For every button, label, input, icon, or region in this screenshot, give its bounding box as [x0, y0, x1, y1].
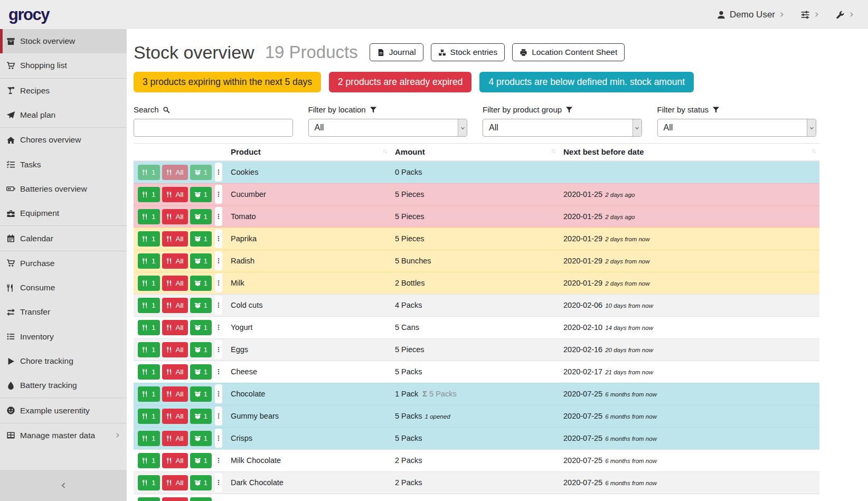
sidebar-item-transfer[interactable]: Transfer	[0, 300, 127, 324]
consume-all-button[interactable]: All	[162, 187, 188, 202]
row-menu-button[interactable]	[215, 407, 222, 426]
amount-column-header[interactable]: Amount ↑↓	[391, 144, 559, 162]
product-cell[interactable]: Eggs	[227, 338, 391, 361]
product-cell[interactable]: Crisps	[227, 427, 391, 449]
consume-one-button[interactable]: 1	[138, 386, 160, 402]
row-menu-button[interactable]	[215, 318, 222, 337]
sidebar-item-meal-plan[interactable]: Meal plan	[0, 103, 127, 127]
consume-all-button[interactable]: All	[162, 475, 188, 490]
sidebar-item-inventory[interactable]: Inventory	[0, 325, 127, 349]
open-one-button[interactable]: 1	[190, 253, 212, 269]
product-cell[interactable]: Dark Chocolate	[227, 471, 391, 494]
product-cell[interactable]: Cookies	[227, 161, 391, 183]
open-one-button[interactable]: 1	[190, 364, 212, 380]
open-one-button[interactable]: 1	[190, 431, 212, 446]
sidebar-item-example-userentity[interactable]: Example userentity	[0, 398, 127, 422]
row-menu-button[interactable]	[215, 384, 222, 403]
product-cell[interactable]: Paprika	[227, 228, 391, 250]
open-one-button[interactable]: 1	[190, 342, 212, 357]
consume-all-button[interactable]: All	[162, 165, 188, 180]
consume-one-button[interactable]: 1	[138, 253, 160, 269]
product-cell[interactable]: Chocolate	[227, 383, 391, 405]
sidebar-item-battery-tracking[interactable]: Battery tracking	[0, 373, 127, 398]
sidebar-item-purchase[interactable]: Purchase	[0, 251, 127, 276]
sidebar-item-consume[interactable]: Consume	[0, 276, 127, 300]
consume-all-button[interactable]: All	[162, 276, 188, 291]
consume-one-button[interactable]: 1	[138, 497, 160, 501]
consume-one-button[interactable]: 1	[138, 231, 160, 247]
row-menu-button[interactable]	[215, 362, 222, 381]
consume-all-button[interactable]: All	[162, 342, 188, 357]
consume-all-button[interactable]: All	[162, 209, 188, 224]
product-cell[interactable]: Gummy bears	[227, 405, 391, 427]
consume-all-button[interactable]: All	[162, 364, 188, 380]
sidebar-item-batteries-overview[interactable]: Batteries overview	[0, 177, 127, 201]
stock-entries-button[interactable]: Stock entries	[431, 43, 505, 61]
consume-all-button[interactable]: All	[162, 253, 188, 269]
open-one-button[interactable]: 1	[190, 276, 212, 291]
open-one-button[interactable]: 1	[190, 386, 212, 402]
consume-one-button[interactable]: 1	[138, 475, 160, 490]
consume-all-button[interactable]: All	[162, 409, 188, 424]
consume-one-button[interactable]: 1	[138, 453, 160, 468]
product-group-select[interactable]: All	[483, 119, 642, 137]
consume-one-button[interactable]: 1	[138, 209, 160, 224]
sidebar-collapse-button[interactable]	[0, 470, 127, 501]
row-menu-button[interactable]	[215, 451, 222, 470]
product-column-header[interactable]: Product ↑↓	[227, 144, 391, 162]
status-banner-warn[interactable]: 3 products expiring within the next 5 da…	[134, 72, 321, 92]
open-one-button[interactable]: 1	[190, 187, 212, 202]
consume-all-button[interactable]: All	[162, 453, 188, 468]
consume-all-button[interactable]: All	[162, 431, 188, 446]
product-cell[interactable]: Radish	[227, 250, 391, 272]
consume-all-button[interactable]: All	[162, 298, 188, 313]
consume-all-button[interactable]: All	[162, 231, 188, 247]
consume-one-button[interactable]: 1	[138, 165, 160, 180]
consume-one-button[interactable]: 1	[138, 276, 160, 291]
consume-one-button[interactable]: 1	[138, 409, 160, 424]
consume-one-button[interactable]: 1	[138, 320, 160, 335]
location-select[interactable]: All	[308, 119, 468, 137]
open-one-button[interactable]: 1	[190, 231, 212, 247]
consume-all-button[interactable]: All	[162, 386, 188, 402]
open-one-button[interactable]: 1	[190, 497, 212, 501]
row-menu-button[interactable]	[215, 185, 222, 204]
row-menu-button[interactable]	[215, 473, 222, 492]
sidebar-item-manage-master-data[interactable]: Manage master data	[0, 423, 127, 448]
consume-one-button[interactable]: 1	[138, 364, 160, 380]
row-menu-button[interactable]	[215, 340, 222, 359]
product-cell[interactable]: Milk Chocolate	[227, 449, 391, 471]
open-one-button[interactable]: 1	[190, 165, 212, 180]
open-one-button[interactable]: 1	[190, 409, 212, 424]
best-before-column-header[interactable]: Next best before date ↑↓	[559, 144, 819, 162]
row-menu-button[interactable]	[215, 229, 222, 248]
consume-one-button[interactable]: 1	[138, 431, 160, 446]
status-select[interactable]: All	[657, 119, 817, 137]
row-menu-button[interactable]	[215, 429, 222, 448]
sidebar-item-recipes[interactable]: Recipes	[0, 79, 127, 103]
row-menu-button[interactable]	[215, 207, 222, 226]
status-banner-info[interactable]: 4 products are below defined min. stock …	[479, 72, 694, 92]
sidebar-item-tasks[interactable]: Tasks	[0, 152, 127, 176]
open-one-button[interactable]: 1	[190, 298, 212, 313]
consume-all-button[interactable]: All	[162, 497, 188, 501]
product-cell[interactable]: Cold cuts	[227, 294, 391, 316]
sidebar-item-equipment[interactable]: Equipment	[0, 201, 127, 225]
search-input[interactable]	[134, 119, 293, 137]
open-one-button[interactable]: 1	[190, 320, 212, 335]
consume-all-button[interactable]: All	[162, 320, 188, 335]
sidebar-item-shopping-list[interactable]: Shopping list	[0, 53, 127, 78]
consume-one-button[interactable]: 1	[138, 342, 160, 357]
journal-button[interactable]: Journal	[370, 43, 423, 61]
row-menu-button[interactable]	[215, 273, 222, 292]
consume-one-button[interactable]: 1	[138, 298, 160, 313]
sidebar-item-calendar[interactable]: Calendar	[0, 226, 127, 250]
sidebar-item-chores-overview[interactable]: Chores overview	[0, 128, 127, 152]
product-cell[interactable]: Yogurt	[227, 316, 391, 338]
open-one-button[interactable]: 1	[190, 209, 212, 224]
location-content-sheet-button[interactable]: Location Content Sheet	[512, 43, 625, 61]
user-menu[interactable]: Demo User	[716, 10, 785, 20]
row-menu-button[interactable]	[215, 163, 222, 182]
product-cell[interactable]: Cucumber	[227, 183, 391, 205]
sidebar-item-stock-overview[interactable]: Stock overview	[0, 29, 127, 53]
